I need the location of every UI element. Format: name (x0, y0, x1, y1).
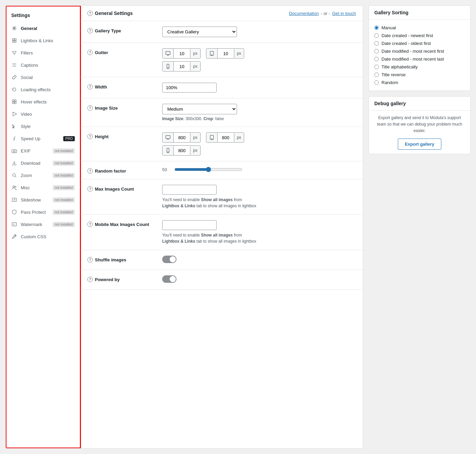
gallery-type-row: ? Gallery Type Creative Gallery Justifie… (81, 21, 363, 43)
shuffle-help-icon[interactable]: ? (87, 257, 93, 262)
width-field (162, 83, 356, 93)
sidebar-item-style[interactable]: Style (6, 120, 80, 132)
height-desktop-input[interactable] (174, 133, 190, 142)
sidebar: Settings GeneralLightbox & LinksFiltersC… (6, 6, 81, 448)
image-size-field: Thumbnail Medium Medium Large Large Full… (162, 104, 356, 121)
sidebar-item-label-speedup: Speed Up (21, 136, 40, 141)
section-header-left: ? General Settings (87, 11, 133, 16)
sidebar-item-misc[interactable]: Miscnot installed (6, 181, 80, 194)
mobile-max-images-field: You'll need to enable Show all images fr… (162, 220, 356, 244)
sorting-option-date-modified-last[interactable]: Date modified - most recent last (374, 55, 465, 63)
get-in-touch-link[interactable]: Get in touch (332, 11, 356, 16)
sorting-radio-date-newest[interactable] (374, 33, 379, 38)
sidebar-item-label-watermark: Watermark (21, 222, 42, 227)
sorting-option-date-modified-recent[interactable]: Date modified - most recent first (374, 47, 465, 55)
mobile-max-images-input[interactable] (162, 220, 217, 230)
section-header-right: Documentation - or - Get in touch (289, 11, 356, 16)
filter-icon (11, 50, 17, 56)
sorting-option-date-newest[interactable]: Date created - newest first (374, 32, 465, 39)
svg-rect-28 (166, 135, 170, 139)
sidebar-item-zoom[interactable]: Zoomnot installed (6, 169, 80, 181)
sorting-option-random[interactable]: Random (374, 79, 465, 86)
gutter-mobile-input[interactable] (174, 62, 190, 71)
sidebar-item-speedup[interactable]: Speed UpPRO (6, 132, 80, 145)
sorting-radio-random[interactable] (374, 80, 379, 85)
sidebar-item-label-zoom: Zoom (21, 173, 32, 178)
svg-rect-8 (12, 100, 14, 101)
sidebar-item-download[interactable]: Downloadnot installed (6, 157, 80, 169)
sidebar-item-loading[interactable]: Loading effects (6, 83, 80, 96)
powered-by-toggle-knob (170, 276, 176, 282)
powered-by-toggle[interactable] (162, 275, 176, 283)
export-gallery-button[interactable]: Export gallery (398, 139, 442, 150)
sidebar-item-filters[interactable]: Filters (6, 47, 80, 59)
sidebar-badge-zoom: not installed (53, 173, 75, 178)
documentation-link[interactable]: Documentation (289, 11, 319, 16)
sorting-radio-date-oldest[interactable] (374, 41, 379, 46)
powered-by-field (162, 275, 356, 284)
sorting-option-date-oldest[interactable]: Date created - oldest first (374, 39, 465, 47)
sorting-radio-date-modified-recent[interactable] (374, 49, 379, 53)
sidebar-item-passprotect[interactable]: Pass Protectnot installed (6, 206, 80, 218)
sorting-radio-manual[interactable] (374, 26, 379, 30)
svg-point-27 (168, 68, 168, 68)
shuffle-field (162, 256, 356, 264)
width-label: ? Width (87, 83, 155, 90)
svg-text:W: W (13, 223, 15, 225)
sorting-radio-title-reverse[interactable] (374, 72, 379, 77)
max-images-help-icon[interactable]: ? (87, 186, 93, 192)
right-panel: Gallery Sorting ManualDate created - new… (369, 5, 471, 449)
svg-rect-9 (15, 100, 16, 101)
bolt-icon (11, 135, 17, 142)
random-factor-label: ? Random factor (87, 167, 155, 174)
sidebar-item-lightbox[interactable]: Lightbox & Links (6, 34, 80, 47)
width-help-icon[interactable]: ? (87, 84, 93, 90)
debug-gallery-description: Export gallery and send it to Modula's s… (374, 115, 465, 134)
height-tablet-group: px (206, 132, 244, 143)
svg-point-25 (211, 54, 212, 55)
image-size-help-icon[interactable]: ? (87, 105, 93, 111)
sorting-radio-date-modified-last[interactable] (374, 57, 379, 61)
gutter-desktop-row: px px (162, 48, 356, 59)
max-images-note: You'll need to enable Show all images fr… (162, 197, 257, 209)
height-mobile-input[interactable] (174, 146, 190, 155)
image-size-select[interactable]: Thumbnail Medium Medium Large Large Full (162, 104, 237, 114)
sidebar-item-label-social: Social (21, 75, 33, 80)
gutter-tablet-input[interactable] (218, 49, 234, 58)
sorting-option-title-alpha[interactable]: Title alphabetically (374, 63, 465, 71)
gallery-type-help-icon[interactable]: ? (87, 28, 93, 33)
sorting-option-title-reverse[interactable]: Title reverse (374, 71, 465, 79)
sidebar-item-watermark[interactable]: WWatermarknot installed (6, 218, 80, 230)
powered-by-help-icon[interactable]: ? (87, 277, 93, 282)
sidebar-badge-slideshow: not installed (53, 197, 75, 202)
sorting-option-manual[interactable]: Manual (374, 24, 465, 32)
mobile-max-images-note: You'll need to enable Show all images fr… (162, 232, 257, 244)
sidebar-item-video[interactable]: Video (6, 108, 80, 120)
svg-rect-4 (15, 41, 16, 43)
random-factor-help-icon[interactable]: ? (87, 168, 93, 174)
sidebar-item-general[interactable]: General (6, 22, 80, 34)
sorting-radio-title-alpha[interactable] (374, 65, 379, 69)
width-input[interactable] (162, 83, 217, 93)
sidebar-item-slideshow[interactable]: Slideshownot installed (6, 194, 80, 206)
gutter-help-icon[interactable]: ? (87, 50, 93, 55)
sorting-label-title-alpha: Title alphabetically (381, 64, 418, 69)
sidebar-item-social[interactable]: Social (6, 71, 80, 83)
sidebar-item-exif[interactable]: EXIFnot installed (6, 145, 80, 157)
shuffle-toggle[interactable] (162, 256, 176, 263)
camera-icon (11, 148, 17, 154)
height-help-icon[interactable]: ? (87, 134, 93, 139)
tablet-icon (206, 49, 218, 58)
mobile-max-images-help-icon[interactable]: ? (87, 222, 93, 227)
height-tablet-input[interactable] (218, 133, 234, 142)
height-mobile-icon (163, 146, 174, 155)
max-images-input[interactable] (162, 185, 217, 195)
gallery-type-select[interactable]: Creative Gallery Justified Grid Masonry … (162, 27, 237, 37)
height-mobile-row: px (162, 145, 356, 156)
sidebar-item-customcss[interactable]: Custom CSS (6, 230, 80, 243)
sidebar-item-hover[interactable]: Hover effects (6, 96, 80, 108)
random-factor-slider[interactable] (174, 167, 242, 172)
gutter-desktop-input[interactable] (174, 49, 190, 58)
general-settings-help-icon[interactable]: ? (87, 11, 93, 16)
sidebar-item-captions[interactable]: Captions (6, 59, 80, 71)
